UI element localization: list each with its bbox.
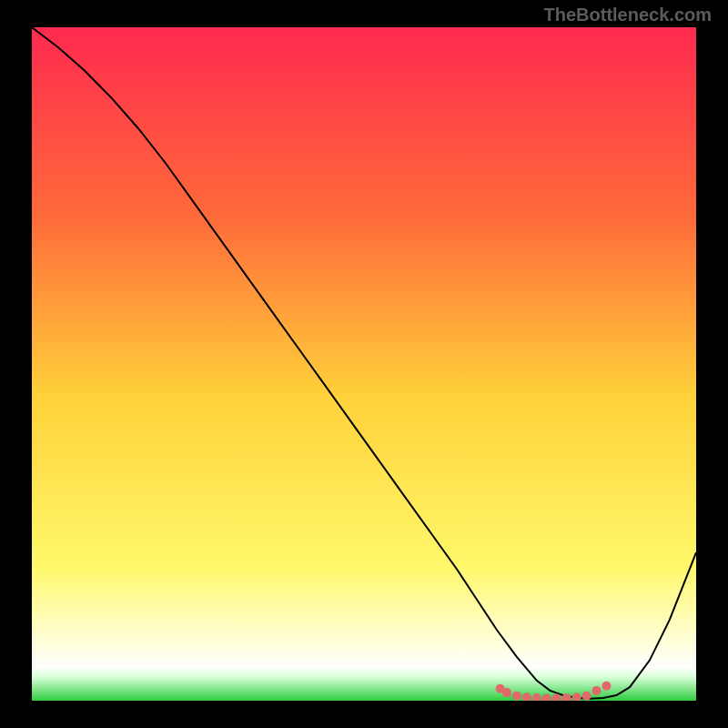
watermark-text: TheBottleneck.com [544, 5, 712, 25]
valley-dot [512, 692, 521, 701]
gradient-background [32, 27, 696, 701]
valley-dot [582, 692, 592, 701]
valley-dot [602, 682, 611, 691]
valley-dot [592, 686, 602, 695]
plot-area [32, 27, 696, 701]
valley-dot [502, 688, 511, 697]
chart-svg [32, 27, 696, 701]
chart-container: TheBottleneck.com [0, 0, 728, 728]
